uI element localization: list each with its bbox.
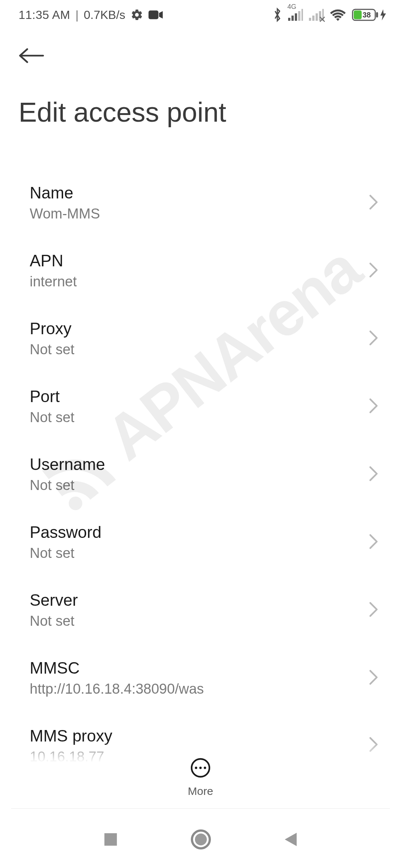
chevron-right-icon [368,262,379,280]
svg-rect-2 [291,16,294,21]
arrow-left-icon [19,48,45,63]
chevron-right-icon [368,466,379,483]
svg-point-16 [195,767,197,769]
svg-rect-0 [149,10,159,19]
svg-rect-13 [376,12,378,17]
battery-icon: 38 [352,9,386,21]
chevron-right-icon [368,330,379,348]
svg-point-21 [195,834,207,845]
apn-item-server[interactable]: Server Not set [0,576,401,644]
bluetooth-icon [273,7,282,22]
item-value: Not set [30,477,105,493]
status-net-speed: 0.7KB/s [84,8,125,22]
item-value: Not set [30,410,74,425]
nav-home-button[interactable] [190,829,211,851]
item-value: http://10.16.18.4:38090/was [30,681,204,697]
apn-item-password[interactable]: Password Not set [0,508,401,576]
chevron-right-icon [368,194,379,212]
svg-rect-19 [104,833,117,846]
more-button[interactable]: More [0,743,401,805]
navigation-bar [0,812,401,868]
more-label: More [188,785,213,798]
nav-back-button[interactable] [283,831,298,849]
svg-rect-8 [316,13,318,21]
gear-icon [131,9,143,21]
svg-rect-3 [295,13,297,21]
more-icon [190,757,211,780]
item-value: Not set [30,342,74,358]
apn-item-name[interactable]: Name Wom-MMS [0,169,401,237]
chevron-right-icon [368,601,379,619]
item-value: internet [30,274,77,290]
status-left: 11:35 AM | 0.7KB/s [19,8,163,22]
svg-rect-6 [309,18,311,21]
item-value: Not set [30,613,78,629]
wifi-icon [330,9,346,21]
item-label: Password [30,523,101,542]
triangle-left-icon [283,831,298,848]
apn-item-mmsc[interactable]: MMSC http://10.16.18.4:38090/was [0,644,401,712]
apn-item-port[interactable]: Port Not set [0,372,401,440]
svg-rect-4 [298,11,300,21]
svg-point-17 [199,767,202,769]
chevron-right-icon [368,533,379,551]
battery-percent-text: 38 [363,11,371,19]
status-time: 11:35 AM [19,8,70,22]
svg-rect-7 [312,16,314,21]
status-divider: | [75,8,78,22]
bottom-divider [11,808,390,809]
square-icon [103,832,118,847]
apn-item-proxy[interactable]: Proxy Not set [0,305,401,372]
status-bar: 11:35 AM | 0.7KB/s 4G [0,0,401,30]
video-camera-icon [149,10,163,20]
page-title: Edit access point [19,96,382,128]
chevron-right-icon [368,669,379,687]
apn-item-username[interactable]: Username Not set [0,440,401,508]
item-label: APN [30,251,77,270]
status-right: 4G [273,7,386,22]
back-button[interactable] [19,45,48,67]
svg-rect-12 [354,10,362,19]
cellular-2-icon [309,9,324,21]
item-value: Wom-MMS [30,206,100,222]
svg-rect-1 [288,18,290,21]
item-label: Username [30,455,105,474]
nav-recent-button[interactable] [103,832,118,849]
apn-item-apn[interactable]: APN internet [0,237,401,305]
settings-list: Name Wom-MMS APN internet Proxy Not set … [0,169,401,779]
svg-point-18 [204,767,206,769]
item-label: Port [30,387,74,406]
item-label: Name [30,184,100,202]
chevron-right-icon [368,398,379,415]
circle-icon [190,829,211,850]
charging-bolt-icon [380,9,386,20]
svg-rect-5 [301,9,303,21]
cell-4g-label: 4G [287,3,296,11]
item-label: Proxy [30,319,74,338]
item-label: Server [30,591,78,609]
header: Edit access point [0,30,401,128]
item-value: Not set [30,545,101,561]
item-label: MMSC [30,659,204,677]
cellular-1-icon: 4G [288,9,303,21]
